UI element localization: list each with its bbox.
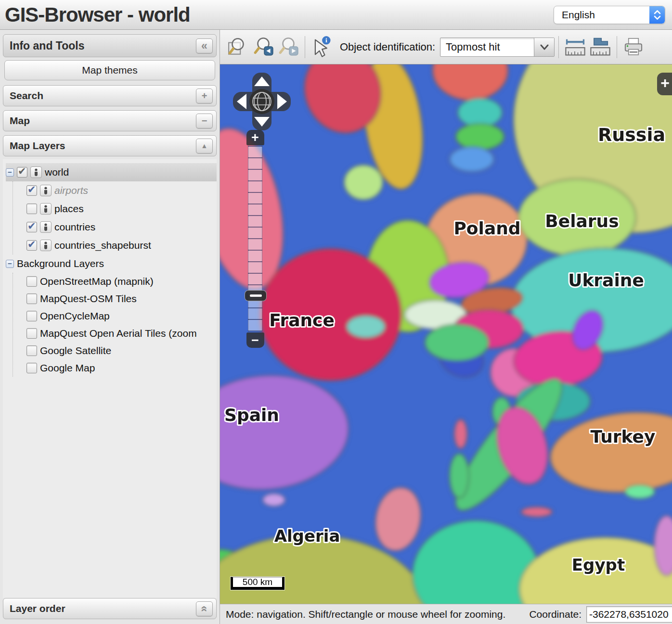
countries-checkbox[interactable] — [26, 222, 37, 232]
google-satellite-checkbox[interactable] — [26, 345, 37, 356]
identify-tool-button[interactable]: i — [309, 33, 334, 61]
map-layers-panel-header[interactable]: Map Layers ▲ — [3, 135, 217, 156]
map-toolbar: i Object identification: Topmost hit — [220, 30, 672, 64]
layer-label-countries-shapeburst: countries_shapeburst — [54, 240, 151, 251]
countries-info-icon[interactable] — [40, 221, 52, 233]
layer-label-world: world — [45, 166, 69, 178]
map-label-france: France — [269, 310, 335, 330]
map-themes-button[interactable]: Map themes — [4, 60, 215, 80]
measure-area-button[interactable] — [588, 33, 613, 61]
airports-info-icon[interactable] — [40, 185, 52, 196]
printer-icon — [621, 35, 646, 59]
measure-length-button[interactable] — [563, 33, 588, 61]
mapquest-aerial-checkbox[interactable] — [26, 328, 37, 339]
layer-row-countries[interactable]: countries — [26, 218, 217, 236]
layer-row-countries-shapeburst[interactable]: countries_shapeburst — [26, 236, 217, 255]
title-bar: GIS-Browser - world English — [0, 0, 672, 30]
scale-bar-label: 500 km — [243, 577, 272, 587]
map-region-latvia[interactable] — [456, 124, 504, 150]
zoom-out-button[interactable]: − — [246, 332, 264, 348]
expand-search-button[interactable]: + — [196, 89, 213, 103]
mapquest-osm-checkbox[interactable] — [26, 293, 37, 304]
search-panel-header[interactable]: Search + — [3, 85, 217, 106]
zoom-next-icon — [277, 36, 299, 58]
expand-layer-order-button[interactable]: « — [196, 601, 213, 616]
layer-label-mapquest-osm: MapQuest-OSM Tiles — [40, 293, 137, 305]
toolbar-separator — [617, 36, 617, 58]
map-region-crete[interactable] — [521, 507, 552, 517]
layer-row-mapquest-aerial[interactable]: MapQuest Open Aerial Tiles (zoom — [26, 325, 217, 342]
zoom-slider-handle[interactable] — [245, 290, 267, 301]
map-region-estonia[interactable] — [458, 98, 502, 127]
map-canvas[interactable]: RussiaPolandBelarusUkraineFranceSpainTur… — [220, 64, 672, 604]
layer-order-panel-header[interactable]: Layer order « — [3, 598, 217, 619]
map-layers-panel-title: Map Layers — [10, 140, 65, 152]
collapse-map-layers-button[interactable]: ▲ — [196, 139, 213, 153]
map-region-italy-north[interactable] — [425, 324, 489, 361]
world-checkbox[interactable] — [17, 167, 27, 178]
layer-label-airports: airports — [54, 185, 88, 196]
map-label-spain: Spain — [224, 405, 279, 425]
collapse-background-layers-icon[interactable]: − — [6, 260, 14, 268]
layer-row-google-satellite[interactable]: Google Satellite — [26, 342, 217, 359]
map-region-switzerland[interactable] — [347, 316, 385, 338]
layer-row-places[interactable]: places — [26, 200, 217, 218]
zoom-previous-icon — [252, 36, 274, 58]
collapse-world-node-icon[interactable]: − — [6, 168, 14, 177]
map-label-russia: Russia — [598, 124, 665, 145]
zoom-next-button[interactable] — [276, 33, 301, 61]
object-identification-select[interactable]: Topmost hit — [440, 38, 555, 57]
zoom-in-button[interactable]: + — [246, 130, 264, 145]
print-button[interactable] — [621, 33, 646, 61]
places-info-icon[interactable] — [40, 203, 52, 215]
select-stepper-icon[interactable] — [649, 6, 665, 24]
countries-shapeburst-info-icon[interactable] — [40, 240, 52, 251]
map-svg: RussiaPolandBelarusUkraineFranceSpainTur… — [220, 64, 672, 604]
zoom-slider: + − — [244, 130, 266, 348]
zoom-full-extent-button[interactable] — [226, 33, 251, 61]
map-region-lithuania[interactable] — [450, 147, 494, 172]
map-region-corsica[interactable] — [454, 420, 467, 448]
pan-control[interactable] — [233, 72, 291, 131]
coordinate-input[interactable] — [586, 606, 672, 623]
language-select[interactable]: English — [554, 6, 665, 24]
countries-shapeburst-checkbox[interactable] — [26, 240, 37, 251]
layer-row-google-map[interactable]: Google Map — [26, 359, 217, 377]
chevron-down-icon[interactable] — [534, 38, 554, 56]
toolbar-separator — [558, 36, 559, 58]
language-select-value: English — [554, 9, 595, 21]
map-region-denmark[interactable] — [344, 165, 383, 200]
map-region-balearic[interactable] — [263, 494, 285, 506]
airports-checkbox[interactable] — [26, 185, 37, 196]
map-region-cyprus[interactable] — [625, 485, 655, 498]
map-panel-header[interactable]: Map − — [3, 110, 217, 131]
layer-row-world[interactable]: − world — [6, 163, 217, 181]
google-map-checkbox[interactable] — [26, 363, 37, 373]
layer-row-background-layers[interactable]: − Background Layers — [6, 255, 217, 273]
places-checkbox[interactable] — [26, 204, 37, 214]
zoom-slider-track[interactable] — [248, 146, 262, 331]
layer-tree: − world airports — [3, 159, 217, 598]
layer-row-airports[interactable]: airports — [26, 181, 217, 200]
layer-label-google-satellite: Google Satellite — [40, 345, 111, 357]
layer-row-mapquest-osm[interactable]: MapQuest-OSM Tiles — [26, 290, 217, 307]
openstreetmap-checkbox[interactable] — [26, 276, 37, 287]
overview-expand-button[interactable]: + — [657, 73, 672, 95]
map-panel-title: Map — [10, 115, 30, 127]
info-person-icon — [33, 168, 39, 176]
opencyclemap-checkbox[interactable] — [26, 311, 37, 321]
collapse-sidebar-button[interactable]: « — [196, 38, 213, 53]
pan-pad-icon — [233, 72, 291, 131]
layer-row-openstreetmap[interactable]: OpenStreetMap (mapnik) — [26, 273, 217, 290]
object-identification-label: Object identification: — [340, 41, 435, 53]
collapse-map-panel-button[interactable]: − — [196, 114, 213, 128]
info-tools-title: Info and Tools — [10, 39, 84, 52]
object-identification-value: Topmost hit — [446, 41, 500, 53]
page-title: GIS-Browser - world — [5, 3, 190, 26]
map-label-algeria: Algeria — [274, 526, 340, 546]
world-info-icon[interactable] — [30, 166, 42, 178]
layer-label-openstreetmap: OpenStreetMap (mapnik) — [40, 276, 154, 287]
zoom-previous-button[interactable] — [251, 33, 276, 61]
map-region-sardinia[interactable] — [450, 454, 469, 498]
layer-row-opencyclemap[interactable]: OpenCycleMap — [26, 307, 217, 325]
